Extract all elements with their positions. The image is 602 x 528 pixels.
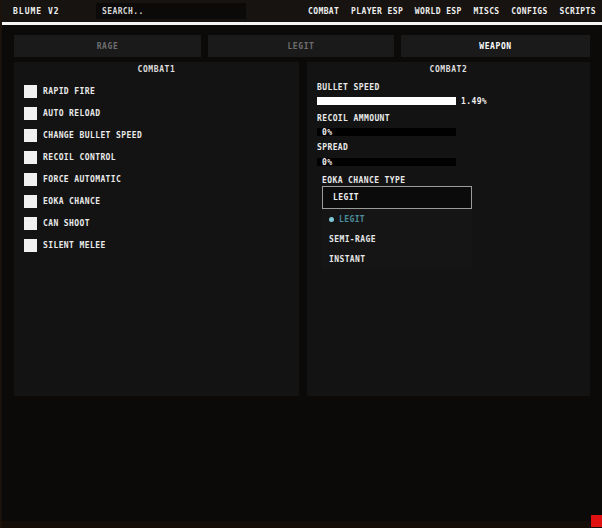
checkbox-row-eoka-chance[interactable]: EOKA CHANCE bbox=[14, 190, 299, 212]
selected-dot-icon bbox=[329, 217, 334, 222]
checkbox-list: RAPID FIRE AUTO RELOAD CHANGE BULLET SPE… bbox=[14, 80, 299, 256]
menu-item-configs[interactable]: CONFIGS bbox=[511, 7, 548, 16]
panel-combat2: COMBAT2 BULLET SPEED 1.49% RECOIL AMMOUN… bbox=[307, 62, 590, 396]
dropdown-option-label: LEGIT bbox=[339, 215, 365, 224]
checkbox-label: SILENT MELEE bbox=[43, 241, 106, 250]
checkbox-eoka-chance[interactable] bbox=[24, 195, 37, 208]
checkbox-label: RECOIL CONTROL bbox=[43, 153, 116, 162]
checkbox-force-automatic[interactable] bbox=[24, 173, 37, 186]
recoil-ammount-slider[interactable]: 0% bbox=[317, 128, 456, 136]
checkbox-label: CHANGE BULLET SPEED bbox=[43, 131, 142, 140]
spread-label: SPREAD bbox=[317, 143, 348, 152]
checkbox-label: CAN SHOOT bbox=[43, 219, 90, 228]
menu-item-combat[interactable]: COMBAT bbox=[308, 7, 339, 16]
menu-item-world-esp[interactable]: WORLD ESP bbox=[415, 7, 462, 16]
bullet-speed-slider-fill bbox=[317, 97, 456, 105]
dropdown-option-semi-rage[interactable]: SEMI-RAGE bbox=[322, 229, 472, 249]
checkbox-recoil-control[interactable] bbox=[24, 151, 37, 164]
menu-item-player-esp[interactable]: PLAYER ESP bbox=[351, 7, 403, 16]
bullet-speed-label: BULLET SPEED bbox=[317, 83, 380, 92]
bullet-speed-slider[interactable] bbox=[317, 97, 456, 105]
recoil-ammount-label: RECOIL AMMOUNT bbox=[317, 114, 390, 123]
menu-item-scripts[interactable]: SCRIPTS bbox=[559, 7, 596, 16]
top-menu: COMBAT PLAYER ESP WORLD ESP MISCS CONFIG… bbox=[308, 0, 596, 22]
panel-combat2-title: COMBAT2 bbox=[307, 65, 590, 74]
eoka-chance-type-dropdown[interactable]: LEGIT bbox=[322, 186, 472, 209]
checkbox-label: FORCE AUTOMATIC bbox=[43, 175, 121, 184]
dropdown-option-legit[interactable]: LEGIT bbox=[322, 209, 472, 229]
checkbox-rapid-fire[interactable] bbox=[24, 85, 37, 98]
eoka-chance-type-options: LEGIT SEMI-RAGE INSTANT bbox=[322, 209, 472, 269]
cheat-menu-window: BLUME V2 COMBAT PLAYER ESP WORLD ESP MIS… bbox=[0, 0, 602, 528]
checkbox-row-force-automatic[interactable]: FORCE AUTOMATIC bbox=[14, 168, 299, 190]
spread-value: 0% bbox=[322, 158, 332, 166]
brand-title: BLUME V2 bbox=[13, 7, 60, 16]
recoil-ammount-value: 0% bbox=[322, 128, 332, 136]
tab-weapon[interactable]: WEAPON bbox=[401, 35, 590, 57]
tab-legit[interactable]: LEGIT bbox=[208, 35, 394, 57]
bullet-speed-value: 1.49% bbox=[461, 97, 487, 106]
tab-rage[interactable]: RAGE bbox=[14, 35, 201, 57]
panel-combat1-title: COMBAT1 bbox=[14, 65, 299, 74]
checkbox-silent-melee[interactable] bbox=[24, 239, 37, 252]
checkbox-row-silent-melee[interactable]: SILENT MELEE bbox=[14, 234, 299, 256]
checkbox-row-auto-reload[interactable]: AUTO RELOAD bbox=[14, 102, 299, 124]
checkbox-row-change-bullet-speed[interactable]: CHANGE BULLET SPEED bbox=[14, 124, 299, 146]
checkbox-change-bullet-speed[interactable] bbox=[24, 129, 37, 142]
panel-combat1: COMBAT1 RAPID FIRE AUTO RELOAD CHANGE BU… bbox=[14, 62, 299, 396]
checkbox-label: AUTO RELOAD bbox=[43, 109, 100, 118]
spread-slider[interactable]: 0% bbox=[317, 158, 456, 166]
checkbox-auto-reload[interactable] bbox=[24, 107, 37, 120]
checkbox-row-recoil-control[interactable]: RECOIL CONTROL bbox=[14, 146, 299, 168]
checkbox-row-can-shoot[interactable]: CAN SHOOT bbox=[14, 212, 299, 234]
top-separator-line bbox=[2, 22, 602, 25]
dropdown-option-label: SEMI-RAGE bbox=[329, 235, 376, 244]
checkbox-label: EOKA CHANCE bbox=[43, 197, 100, 206]
checkbox-label: RAPID FIRE bbox=[43, 87, 95, 96]
dropdown-option-instant[interactable]: INSTANT bbox=[322, 249, 472, 269]
checkbox-row-rapid-fire[interactable]: RAPID FIRE bbox=[14, 80, 299, 102]
top-bar: BLUME V2 COMBAT PLAYER ESP WORLD ESP MIS… bbox=[2, 0, 602, 22]
bottom-edge-strip bbox=[2, 521, 602, 528]
menu-item-miscs[interactable]: MISCS bbox=[474, 7, 500, 16]
checkbox-can-shoot[interactable] bbox=[24, 217, 37, 230]
red-indicator-square bbox=[591, 515, 602, 527]
search-input[interactable] bbox=[96, 3, 246, 19]
dropdown-option-label: INSTANT bbox=[329, 255, 366, 264]
eoka-chance-type-label: EOKA CHANCE TYPE bbox=[322, 176, 405, 185]
